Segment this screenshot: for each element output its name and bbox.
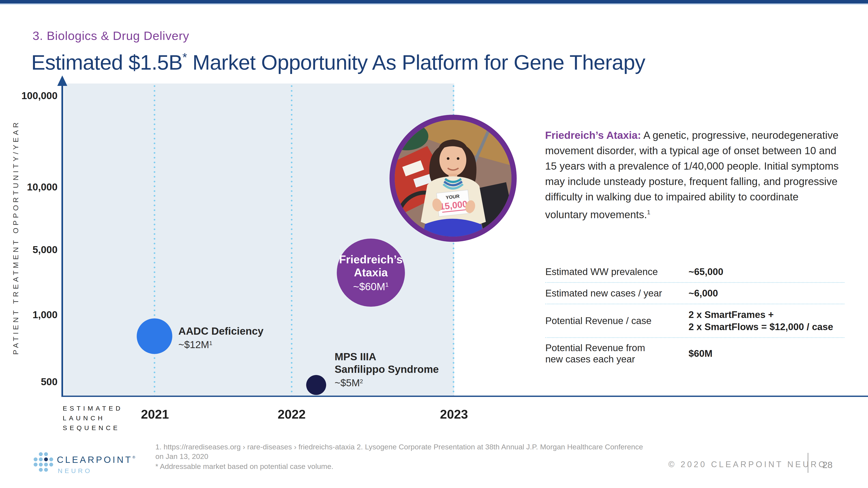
bubble-mps-footnote: 2 bbox=[360, 378, 363, 385]
section-eyebrow: 3. Biologics & Drug Delivery bbox=[33, 29, 189, 43]
logo-dots-icon bbox=[33, 451, 54, 473]
fa-description-lead: Friedreich’s Ataxia: bbox=[545, 129, 641, 141]
bubble-friedreichs-value-text: ~$60M bbox=[353, 281, 385, 292]
footer-divider bbox=[808, 453, 808, 473]
patient-photo: YOUR 15,000 bbox=[390, 115, 517, 242]
bubble-aadc-name: AADC Deficiency bbox=[178, 325, 264, 337]
fa-description: Friedreich’s Ataxia: A genetic, progress… bbox=[545, 128, 841, 222]
row-label: Estimated new cases / year bbox=[545, 288, 688, 299]
x-axis-line bbox=[61, 396, 868, 397]
row-value: ~65,000 bbox=[688, 266, 844, 278]
row-value: ~6,000 bbox=[688, 287, 844, 299]
table-row: Potential Revenue / case 2 x SmartFrames… bbox=[545, 304, 844, 338]
y-axis-line bbox=[61, 85, 63, 396]
fa-description-footnote: 1 bbox=[647, 209, 651, 216]
y-axis-title: PATIENT TREATMENT OPPORTUNITY/YEAR bbox=[11, 107, 20, 368]
bubble-friedreichs-name: Friedreich’s Ataxia bbox=[339, 253, 403, 279]
bubble-aadc bbox=[137, 318, 172, 354]
x-tick-2021: 2021 bbox=[141, 407, 169, 421]
logo-registered-mark: ® bbox=[132, 455, 135, 459]
footnote-asterisk: * Addressable market based on potential … bbox=[155, 461, 720, 471]
logo-wordmark: CLEARPOINT® bbox=[57, 455, 135, 465]
title-pre: Estimated $1.5B bbox=[31, 51, 183, 74]
row-value: $60M bbox=[688, 348, 844, 360]
title-asterisk: * bbox=[183, 51, 187, 64]
fa-stats-table: Estimated WW prevalence ~65,000 Estimate… bbox=[545, 261, 844, 369]
photo-eye-left bbox=[447, 157, 450, 160]
photo-face bbox=[439, 144, 466, 176]
x-tick-2023: 2023 bbox=[440, 407, 468, 421]
top-accent-underline bbox=[0, 3, 868, 5]
slide-title: Estimated $1.5B* Market Opportunity As P… bbox=[31, 50, 645, 75]
top-accent-bar bbox=[0, 0, 868, 3]
title-post: Market Opportunity As Platform for Gene … bbox=[187, 51, 645, 74]
footnotes: 1. https://rarediseases.org › rare-disea… bbox=[155, 442, 720, 471]
y-axis-arrowhead-icon bbox=[57, 75, 67, 86]
fa-description-body: A genetic, progressive, neurodegenerativ… bbox=[545, 129, 839, 220]
photo-eye-right bbox=[457, 157, 459, 160]
bubble-aadc-footnote: 1 bbox=[209, 340, 212, 346]
row-label: Potential Revenue from new cases each ye… bbox=[545, 342, 688, 365]
table-row: Estimated new cases / year ~6,000 bbox=[545, 283, 844, 304]
table-row: Estimated WW prevalence ~65,000 bbox=[545, 261, 844, 283]
table-row: Potential Revenue from new cases each ye… bbox=[545, 338, 844, 369]
logo-subbrand: NEURO bbox=[58, 467, 92, 475]
y-tick-500: 500 bbox=[6, 376, 58, 387]
patient-photo-illustration: YOUR 15,000 bbox=[395, 120, 512, 237]
x-axis-title: ESTIMATED LAUNCH SEQUENCE bbox=[63, 403, 123, 433]
bubble-aadc-value-text: ~$12M bbox=[178, 339, 209, 350]
year-gridline-2022 bbox=[291, 85, 292, 396]
logo-wordmark-text: CLEARPOINT bbox=[57, 455, 132, 465]
bubble-aadc-value: ~$12M1 bbox=[178, 339, 264, 351]
row-label: Estimated WW prevalence bbox=[545, 266, 688, 278]
footnote-references: 1. https://rarediseases.org › rare-disea… bbox=[155, 442, 720, 461]
bubble-mps-value: ~$5M2 bbox=[335, 377, 439, 389]
footer-copyright: © 2020 CLEARPOINT NEURO bbox=[669, 460, 792, 469]
bubble-mps bbox=[306, 375, 326, 395]
bubble-aadc-label: AADC Deficiency ~$12M1 bbox=[178, 325, 264, 351]
x-tick-2022: 2022 bbox=[278, 407, 306, 421]
y-tick-100000: 100,000 bbox=[6, 90, 58, 101]
bubble-friedreichs: Friedreich’s Ataxia ~$60M1 bbox=[337, 238, 405, 307]
row-label: Potential Revenue / case bbox=[545, 315, 688, 326]
bubble-mps-name: MPS IIIA Sanfilippo Syndrome bbox=[335, 351, 439, 376]
bubble-mps-label: MPS IIIA Sanfilippo Syndrome ~$5M2 bbox=[335, 351, 439, 389]
page-number: 28 bbox=[823, 460, 833, 470]
bubble-mps-value-text: ~$5M bbox=[335, 377, 360, 388]
slide-root: 3. Biologics & Drug Delivery Estimated $… bbox=[0, 0, 868, 488]
bubble-friedreichs-value: ~$60M1 bbox=[353, 281, 389, 293]
bubble-friedreichs-footnote: 1 bbox=[385, 281, 389, 288]
row-value: 2 x SmartFrames + 2 x SmartFlows = $12,0… bbox=[688, 308, 844, 333]
